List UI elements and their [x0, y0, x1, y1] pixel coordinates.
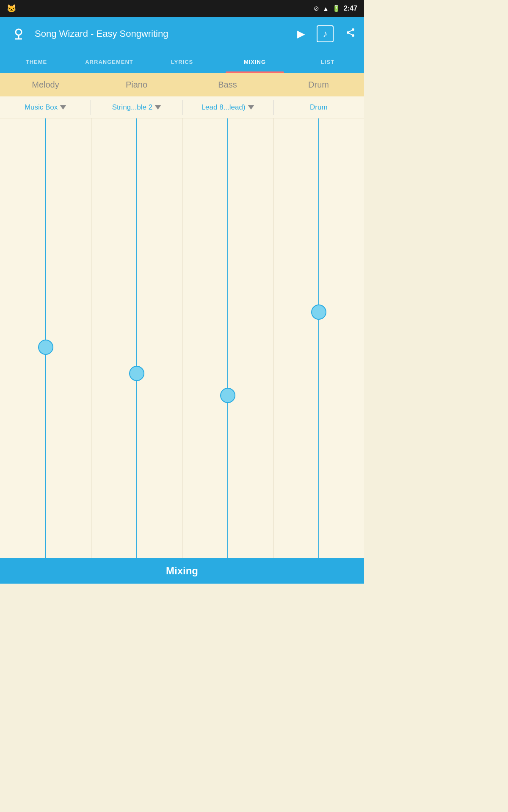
- status-left: 🐱: [7, 4, 16, 13]
- fader-melody-handle[interactable]: [38, 340, 53, 355]
- fader-drum-column: [273, 118, 364, 558]
- share-button[interactable]: [345, 27, 356, 40]
- instrument-drum[interactable]: Drum: [273, 103, 364, 112]
- instrument-stringble2[interactable]: String...ble 2: [91, 103, 182, 112]
- svg-line-7: [349, 33, 352, 35]
- svg-point-6: [352, 34, 354, 37]
- tab-mixing[interactable]: MIXING: [218, 51, 291, 73]
- instrument-arrow-melody: [60, 105, 66, 110]
- channel-piano[interactable]: Piano: [91, 80, 182, 90]
- svg-point-5: [347, 31, 349, 34]
- bottom-bar: Mixing: [0, 558, 364, 584]
- svg-line-8: [349, 30, 352, 32]
- app-actions: ▶ ♪: [297, 25, 356, 42]
- tab-theme[interactable]: THEME: [0, 51, 73, 73]
- cat-icon: 🐱: [7, 4, 16, 13]
- svg-point-4: [352, 28, 354, 31]
- tab-list[interactable]: LIST: [291, 51, 364, 73]
- status-time: 2:47: [344, 5, 357, 12]
- instrument-row: Music Box String...ble 2 Lead 8...lead) …: [0, 96, 364, 118]
- bottom-title: Mixing: [166, 565, 198, 577]
- fader-piano-handle[interactable]: [129, 366, 144, 381]
- fader-drum-handle[interactable]: [311, 304, 326, 320]
- tab-lyrics[interactable]: LYRICS: [146, 51, 218, 73]
- app-logo: [8, 24, 29, 44]
- status-bar: 🐱 ⊘ ▲ 🔋 2:47: [0, 0, 364, 17]
- fader-piano-column: [91, 118, 182, 558]
- fader-drum-track: [318, 118, 319, 558]
- channel-header: Melody Piano Bass Drum: [0, 73, 364, 96]
- status-right: ⊘ ▲ 🔋 2:47: [314, 5, 357, 12]
- music-note-button[interactable]: ♪: [317, 25, 334, 42]
- instrument-lead8lead[interactable]: Lead 8...lead): [182, 103, 273, 112]
- fader-bass-handle[interactable]: [220, 388, 235, 403]
- fader-bass-track: [227, 118, 228, 558]
- fader-melody-column: [0, 118, 91, 558]
- svg-point-0: [16, 29, 22, 35]
- instrument-music-box[interactable]: Music Box: [0, 103, 91, 112]
- fader-bass-column: [182, 118, 273, 558]
- app-bar: Song Wizard - Easy Songwriting ▶ ♪: [0, 17, 364, 51]
- fader-melody-track: [45, 118, 46, 558]
- tab-arrangement[interactable]: ARRANGEMENT: [73, 51, 146, 73]
- battery-icon: 🔋: [332, 5, 340, 12]
- instrument-arrow-piano: [155, 105, 161, 110]
- wifi-icon: ▲: [323, 5, 329, 12]
- channel-bass[interactable]: Bass: [182, 80, 273, 90]
- play-button[interactable]: ▶: [297, 28, 305, 40]
- channel-melody[interactable]: Melody: [0, 80, 91, 90]
- mixing-area: [0, 118, 364, 558]
- app-title: Song Wizard - Easy Songwriting: [35, 28, 297, 39]
- nav-tabs: THEME ARRANGEMENT LYRICS MIXING LIST: [0, 51, 364, 73]
- instrument-arrow-bass: [248, 105, 254, 110]
- channel-drum[interactable]: Drum: [273, 80, 364, 90]
- no-sim-icon: ⊘: [314, 5, 319, 12]
- fader-piano-track: [136, 118, 137, 558]
